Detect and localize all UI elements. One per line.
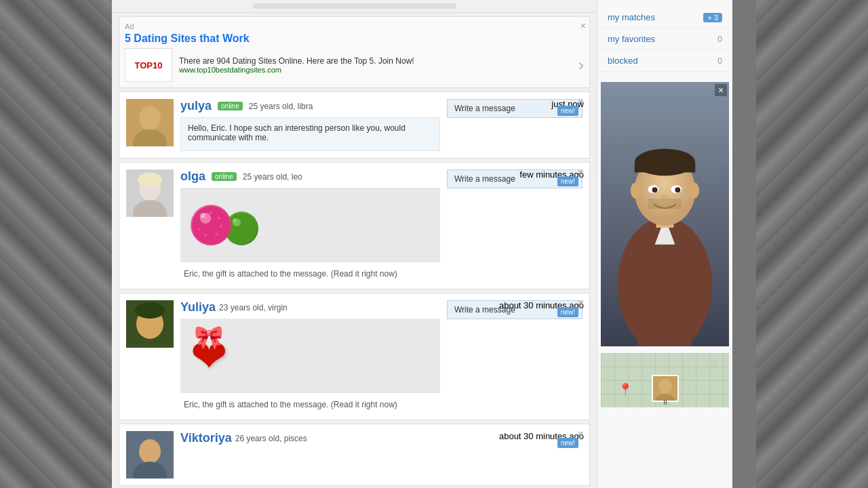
top-partial: [112, 0, 597, 13]
ad-logo: TOP10: [125, 48, 172, 82]
yulya-content: yulya online 25 years old, libra Hello, …: [180, 99, 440, 151]
viktoriya-avatar[interactable]: [126, 431, 174, 479]
map-pause-icon[interactable]: ⏸: [662, 399, 669, 406]
ad-banner: Ad × 5 Dating Sites that Work TOP10 Ther…: [119, 16, 590, 88]
sidebar-ad-close-button[interactable]: ×: [715, 84, 727, 96]
ad-logo-text: TOP10: [135, 60, 163, 70]
right-sidebar: my matches + 3 my favorites 0 blocked 0 …: [597, 0, 732, 488]
bow-icon: 🎀: [194, 324, 224, 352]
olga-content: olga online 25 years old, leo: [180, 169, 440, 282]
svg-point-10: [210, 211, 212, 214]
bg-right: [756, 0, 868, 488]
olga-gift-balls: [184, 198, 265, 252]
yuliya-timestamp-row: about 30 minutes ago new!: [499, 300, 584, 310]
svg-point-12: [220, 225, 222, 228]
yuliya-message-note: Eric, the gift is attached to the messag…: [180, 396, 440, 413]
sidebar-blocked[interactable]: blocked 0: [597, 50, 732, 72]
svg-point-39: [688, 182, 699, 199]
olga-avatar[interactable]: [126, 169, 174, 217]
ad-label: Ad: [125, 22, 584, 30]
ad-arrow-icon: ›: [578, 56, 584, 75]
olga-new-badge: new!: [557, 176, 578, 186]
yulya-age-sign: 25 years old, libra: [249, 102, 313, 111]
my-matches-label: my matches: [608, 12, 655, 22]
viktoriya-new-badge: new!: [557, 438, 578, 448]
sidebar-ad-photo: ×: [601, 82, 729, 346]
olga-name[interactable]: olga: [180, 169, 205, 184]
svg-point-11: [218, 217, 220, 220]
message-card-olga: few minutes ago new! × olga: [119, 162, 590, 289]
svg-rect-27: [638, 245, 692, 346]
message-card-yulya: just now new! × yulya online: [119, 92, 590, 159]
center-column: Ad × 5 Dating Sites that Work TOP10 Ther…: [112, 0, 597, 488]
svg-point-6: [138, 173, 162, 186]
man-photo: [601, 82, 729, 346]
yuliya-avatar[interactable]: [126, 300, 174, 348]
svg-point-1: [139, 106, 161, 130]
ball-pink-icon: [191, 205, 231, 245]
svg-rect-32: [635, 162, 696, 172]
viktoriya-age-sign: 26 years old, pisces: [235, 434, 307, 443]
map-heart-icon: ♡: [710, 359, 719, 369]
yulya-card-body: yulya online 25 years old, libra Hello, …: [126, 99, 583, 151]
viktoriya-close-button[interactable]: ×: [578, 428, 584, 441]
olga-close-button[interactable]: ×: [578, 167, 584, 179]
sidebar-my-favorites[interactable]: my favorites 0: [597, 28, 732, 50]
map-avatar: [652, 375, 679, 402]
yuliya-gift-heart: ❤ 🎀: [184, 324, 234, 388]
yulya-name[interactable]: yulya: [180, 99, 212, 113]
olga-timestamp-row: few minutes ago new!: [519, 169, 584, 180]
svg-point-40: [660, 194, 670, 201]
my-matches-badge: + 3: [703, 13, 722, 22]
svg-point-13: [215, 233, 218, 236]
olga-write-message-label: Write a message: [454, 174, 515, 184]
message-card-viktoriya: about 30 minutes ago new! × Viktoriya 26…: [119, 424, 590, 486]
yulya-message-text: Hello, Eric. I hope such an interesting …: [180, 117, 440, 151]
yuliya-name[interactable]: Yuliya: [180, 300, 216, 314]
viktoriya-name[interactable]: Viktoriya: [180, 431, 232, 445]
yulya-new-badge: new!: [557, 106, 578, 116]
yulya-write-message-label: Write a message: [454, 104, 515, 113]
ad-text: There are 904 Dating Sites Online. Here …: [179, 56, 572, 74]
ad-content-row: TOP10 There are 904 Dating Sites Online.…: [125, 48, 584, 82]
svg-point-23: [139, 439, 161, 464]
sidebar-my-matches[interactable]: my matches + 3: [597, 7, 732, 28]
svg-point-15: [198, 228, 201, 230]
yuliya-new-badge: new!: [557, 307, 578, 317]
yuliya-content: Yuliya 23 years old, virgin ❤ 🎀: [180, 300, 440, 413]
olga-age-sign: 25 years old, leo: [243, 172, 302, 182]
sidebar-nav: my matches + 3 my favorites 0 blocked 0: [597, 3, 732, 75]
my-favorites-label: my favorites: [608, 34, 655, 44]
ad-title-link[interactable]: 5 Dating Sites that Work: [125, 33, 250, 44]
olga-card-body: olga online 25 years old, leo: [126, 169, 583, 282]
svg-point-36: [675, 187, 680, 192]
blocked-label: blocked: [608, 56, 638, 66]
olga-gift-area: [180, 188, 440, 262]
mini-map[interactable]: 📍 ♡ ⏸: [601, 353, 729, 407]
ad-body: There are 904 Dating Sites Online. Here …: [179, 56, 572, 66]
ad-url[interactable]: www.top10bestdatingsites.com: [179, 66, 572, 74]
ad-close-button[interactable]: ×: [580, 20, 586, 31]
olga-message-note: Eric, the gift is attached to the messag…: [180, 266, 440, 282]
my-favorites-count: 0: [717, 35, 722, 44]
yuliya-age-sign: 23 years old, virgin: [219, 303, 288, 312]
map-pin-icon: 📍: [618, 382, 633, 397]
viktoriya-timestamp-row: about 30 minutes ago new!: [499, 431, 584, 441]
bg-left: [0, 0, 112, 488]
svg-point-21: [135, 302, 165, 319]
yulya-online-badge: online: [218, 102, 243, 110]
svg-point-18: [233, 218, 237, 222]
main-layout: Ad × 5 Dating Sites that Work TOP10 Ther…: [112, 0, 756, 488]
top-bar-indicator: [253, 3, 456, 9]
svg-point-42: [658, 379, 672, 394]
yulya-avatar[interactable]: [126, 99, 174, 146]
yuliya-close-button[interactable]: ×: [578, 298, 584, 310]
message-card-yuliya: about 30 minutes ago new! × Yuliya 23 ye…: [119, 293, 590, 420]
svg-point-14: [204, 234, 207, 237]
svg-point-9: [200, 213, 205, 218]
olga-online-badge: online: [212, 172, 237, 181]
yulya-close-button[interactable]: ×: [578, 96, 584, 108]
blocked-count: 0: [717, 56, 722, 66]
yuliya-gift-area: ❤ 🎀: [180, 319, 440, 393]
svg-point-35: [652, 187, 658, 192]
